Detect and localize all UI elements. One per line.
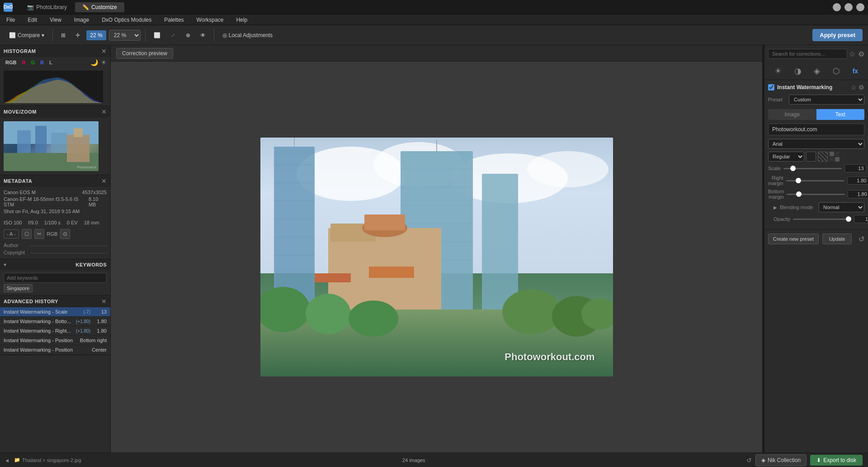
keyword-singapore[interactable]: Singapore xyxy=(4,284,33,292)
history-item-0[interactable]: Instant Watermarking - Scale (-7) 13 xyxy=(0,307,110,317)
menu-view[interactable]: View xyxy=(47,16,64,24)
healing-button[interactable]: ⊕ xyxy=(182,30,194,40)
history-item-value-4: Center xyxy=(92,347,107,353)
history-item-4[interactable]: Instant Watermarking - Position Center xyxy=(0,345,110,355)
watermark-text-input[interactable] xyxy=(768,124,864,135)
meta-lens: Canon EF-M 18-55mm f3.5-5.6 IS STM xyxy=(4,196,89,207)
move-zoom-close[interactable]: ✕ xyxy=(101,108,107,115)
blending-chevron[interactable]: ▶ xyxy=(774,205,777,210)
keywords-header[interactable]: ▾ Keywords xyxy=(0,259,110,270)
histogram-chart xyxy=(0,69,110,105)
alignment-grid[interactable] xyxy=(830,152,840,162)
zoom-1-1-button[interactable]: 22 % xyxy=(86,30,106,40)
move-zoom-header[interactable]: MOVE/ZOOM ✕ xyxy=(0,106,110,118)
maximize-button[interactable] xyxy=(844,3,853,11)
create-preset-button[interactable]: Create new preset xyxy=(768,234,819,244)
minimize-button[interactable] xyxy=(833,3,841,11)
bottom-margin-slider[interactable] xyxy=(787,194,845,195)
straighten-button[interactable]: ⟋ xyxy=(167,30,179,40)
reset-icon-button[interactable]: ↺ xyxy=(859,235,864,243)
hist-g-btn[interactable]: G xyxy=(29,59,37,66)
right-margin-slider[interactable] xyxy=(786,180,844,181)
opacity-spinner[interactable] xyxy=(854,215,868,223)
grid-view-button[interactable]: ⊞ xyxy=(57,30,69,40)
opacity-row: Opacity xyxy=(768,215,864,223)
watermarking-checkbox[interactable] xyxy=(768,84,774,91)
crop-button[interactable]: ⬜ xyxy=(150,30,164,40)
wm-star-btn[interactable]: ☆ xyxy=(851,84,857,91)
scale-spinner[interactable] xyxy=(844,164,866,172)
hist-l-btn[interactable]: L xyxy=(47,59,54,66)
keywords-input[interactable] xyxy=(4,273,107,283)
color-tool-btn[interactable]: ◑ xyxy=(793,64,803,78)
correction-preview-button[interactable]: Correction preview xyxy=(116,48,173,59)
zoom-select[interactable]: 22 % 50 % 100 % xyxy=(109,30,141,41)
wm-settings-btn[interactable]: ⚙ xyxy=(859,84,864,91)
hist-r-btn[interactable]: R xyxy=(20,59,27,66)
local-adjustments-button[interactable]: ◎ Local Adjustments xyxy=(219,30,276,40)
menu-palettes[interactable]: Palettes xyxy=(161,16,186,24)
customize-tab[interactable]: ✏️ Customize xyxy=(75,2,124,12)
meta-crop-icon[interactable]: ⬡ xyxy=(22,229,32,239)
redeye-button[interactable]: 👁 xyxy=(197,30,209,40)
font-style-select[interactable]: Regular Bold Italic xyxy=(768,152,804,162)
right-header-icons: ☆ ⚙ xyxy=(849,50,864,58)
font-select[interactable]: Arial Helvetica xyxy=(768,139,864,149)
metadata-close[interactable]: ✕ xyxy=(101,177,107,185)
histogram-close[interactable]: ✕ xyxy=(101,48,107,55)
right-margin-spinner[interactable] xyxy=(847,176,868,185)
toolbar-sep-3 xyxy=(214,29,214,42)
history-item-delta-2: (+1.80) xyxy=(76,329,90,334)
watermark-text: Photoworkout.com xyxy=(505,351,594,363)
move-button[interactable]: ✛ xyxy=(72,30,84,40)
toolbar: ⬜ Compare ▾ ⊞ ✛ 22 % 22 % 50 % 100 % ⬜ ⟋… xyxy=(0,25,868,45)
nik-collection-button[interactable]: ◈ Nik Collection xyxy=(755,454,807,466)
history-item-1[interactable]: Instant Watermarking - Botto... (+1.80) … xyxy=(0,317,110,326)
hist-rgb-btn[interactable]: RGB xyxy=(4,59,18,66)
bottom-margin-spinner[interactable] xyxy=(848,190,868,198)
meta-edit-icon[interactable]: ✂ xyxy=(34,229,44,239)
scale-slider[interactable] xyxy=(783,168,842,169)
meta-a-btn[interactable]: - A - xyxy=(4,229,19,238)
export-to-disk-button[interactable]: ⬇ Export to disk xyxy=(810,455,863,466)
history-item-3[interactable]: Instant Watermarking - Position Bottom r… xyxy=(0,336,110,345)
history-item-2[interactable]: Instant Watermarking - Right... (+1.80) … xyxy=(0,326,110,336)
font-color-swatch[interactable] xyxy=(806,152,816,162)
menu-dxo-optics[interactable]: DxO Optics Modules xyxy=(99,16,154,24)
meta-info-icon[interactable]: ⊙ xyxy=(60,229,70,239)
histogram-header[interactable]: HISTOGRAM ✕ xyxy=(0,45,110,57)
geometry-tool-btn[interactable]: ⬡ xyxy=(831,64,842,78)
image-tab[interactable]: Image xyxy=(768,109,816,120)
scroll-icon-btn[interactable]: ↺ xyxy=(746,457,752,464)
blending-select[interactable]: Normal Multiply Screen xyxy=(819,202,864,212)
preset-select[interactable]: Custom xyxy=(789,95,864,105)
menu-workspace[interactable]: Workspace xyxy=(194,16,226,24)
light-tool-btn[interactable]: ☀ xyxy=(773,64,783,78)
menu-file[interactable]: File xyxy=(4,16,18,24)
meta-camera: Canon EOS M xyxy=(4,190,36,195)
history-close[interactable]: ✕ xyxy=(101,298,107,305)
star-icon[interactable]: ☆ xyxy=(849,50,855,58)
compare-button[interactable]: ⬜ Compare ▾ xyxy=(5,30,48,40)
opacity-slider[interactable] xyxy=(793,219,851,220)
hist-sun-icon[interactable]: ☀ xyxy=(101,59,107,66)
detail-tool-btn[interactable]: ◈ xyxy=(812,64,822,78)
corrections-search-input[interactable] xyxy=(768,49,847,59)
menu-image[interactable]: Image xyxy=(71,16,92,24)
text-tab[interactable]: Text xyxy=(816,109,865,120)
fx-tool-btn[interactable]: fx xyxy=(851,64,860,78)
photo-library-tab[interactable]: 📷 PhotoLibrary xyxy=(20,2,74,12)
close-button[interactable] xyxy=(856,3,864,11)
update-button[interactable]: Update xyxy=(822,234,852,244)
menu-edit[interactable]: Edit xyxy=(25,16,40,24)
nav-prev-btn[interactable]: ◂ xyxy=(5,457,9,464)
hist-b-btn[interactable]: B xyxy=(38,59,46,66)
metadata-header[interactable]: METADATA ✕ xyxy=(0,175,110,187)
font-pattern-btn[interactable] xyxy=(818,152,828,162)
author-section: Author Copyright xyxy=(0,241,110,259)
history-header[interactable]: ADVANCED HISTORY ✕ xyxy=(0,295,110,307)
menu-help[interactable]: Help xyxy=(233,16,250,24)
apply-preset-button[interactable]: Apply preset xyxy=(812,29,863,41)
settings-icon[interactable]: ⚙ xyxy=(858,50,864,58)
nik-icon: ◈ xyxy=(761,457,765,463)
